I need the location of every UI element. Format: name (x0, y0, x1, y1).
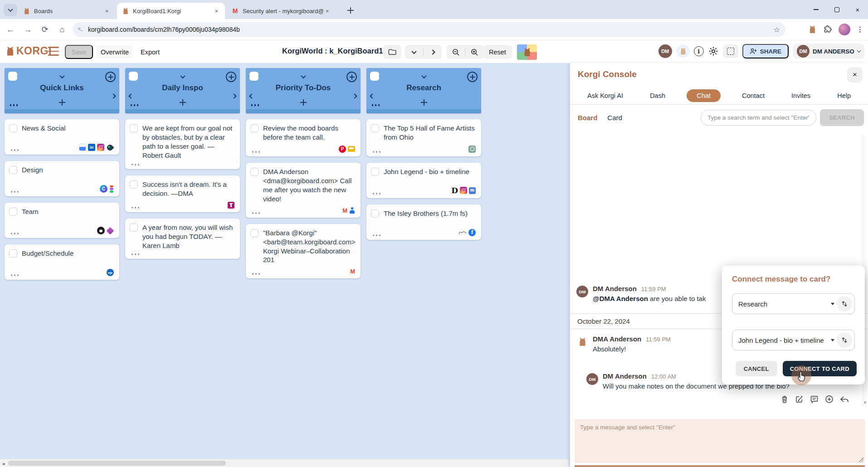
reset-button[interactable]: Reset (483, 45, 512, 59)
export-button[interactable]: Export (135, 45, 166, 59)
card-john-legend[interactable]: John Legend - bio + timeline D (366, 163, 481, 198)
tab-invites[interactable]: Invites (786, 89, 816, 102)
openai-icon[interactable] (468, 146, 476, 153)
browser-menu-icon[interactable]: ⋮ (857, 25, 863, 34)
canva-icon[interactable]: C (100, 185, 107, 193)
add-circle-icon[interactable] (825, 395, 834, 404)
move-right-icon[interactable] (232, 92, 236, 100)
column-menu-icon[interactable] (9, 104, 18, 106)
card-checkbox[interactable] (9, 124, 17, 132)
ep-app-icon[interactable]: ep (107, 269, 114, 276)
card-news-social[interactable]: News & Social in (5, 119, 119, 155)
tab-search-button[interactable] (4, 4, 17, 16)
move-left-icon[interactable] (129, 92, 133, 100)
share-button[interactable]: SHARE (742, 44, 789, 58)
card-menu-icon[interactable] (131, 253, 140, 255)
card-mood-boards[interactable]: Review the mood boards before the team c… (246, 119, 361, 156)
column-menu-icon[interactable] (130, 104, 139, 106)
tab-dash[interactable]: Dash (644, 89, 671, 102)
card-isley-brothers[interactable]: The Isley Brothers (1.7m fs) f (366, 204, 481, 240)
card-budget-schedule[interactable]: Budget/Schedule ep (5, 244, 119, 280)
tab-close-icon[interactable]: × (323, 7, 331, 15)
column-checkbox[interactable] (129, 72, 138, 81)
column-header[interactable]: Research (366, 68, 481, 113)
column-menu-icon[interactable] (250, 104, 259, 106)
korgi-bot-avatar[interactable] (676, 44, 690, 58)
new-tab-button[interactable] (346, 5, 356, 15)
save-button[interactable]: Save (65, 45, 93, 59)
tab-help[interactable]: Help (832, 89, 856, 102)
card-checkbox[interactable] (371, 124, 379, 132)
folder-button[interactable] (383, 45, 401, 59)
gmail-icon[interactable]: M (350, 268, 355, 275)
google-news-icon[interactable] (79, 144, 86, 151)
card-checkbox[interactable] (130, 224, 138, 232)
chevron-right-button[interactable] (424, 45, 442, 59)
card-checkbox[interactable] (371, 168, 379, 176)
card-menu-icon[interactable] (131, 207, 140, 209)
card-quote-lamb[interactable]: A year from now, you will wish you had b… (125, 219, 240, 259)
horizontal-scrollbar[interactable]: ◄ (0, 459, 568, 467)
person-icon[interactable] (349, 207, 355, 214)
back-icon[interactable]: ← (4, 23, 17, 36)
instagram-icon[interactable] (460, 187, 467, 194)
corgi-picture[interactable] (517, 44, 537, 60)
card-checkbox[interactable] (130, 180, 138, 189)
card-checkbox[interactable] (371, 209, 379, 218)
linkedin-icon[interactable]: in (88, 144, 95, 151)
add-card-circle-button[interactable] (226, 72, 236, 82)
tab-close-icon[interactable]: × (103, 7, 111, 15)
card-menu-icon[interactable] (10, 233, 19, 234)
card-menu-icon[interactable] (10, 191, 19, 193)
signature-icon[interactable] (458, 230, 467, 235)
snapshot-select-button[interactable] (723, 44, 738, 58)
korgi-extension-icon[interactable] (808, 25, 817, 34)
card-design[interactable]: Design C (5, 161, 119, 196)
figma-icon[interactable] (109, 185, 114, 193)
collapse-chevron-icon[interactable] (422, 72, 426, 80)
add-card-button[interactable] (421, 99, 427, 107)
teardrop-app-icon[interactable] (106, 143, 114, 151)
reply-icon[interactable] (840, 396, 849, 403)
column-header[interactable]: Quick Links (5, 68, 119, 113)
site-settings-icon[interactable]: ⁰₋ (78, 26, 83, 33)
address-bar[interactable]: ⁰₋ korgiboard.com/boards/cm2lh76py0006ju… (73, 22, 785, 37)
window-close-button[interactable]: × (847, 0, 868, 19)
edit-icon[interactable] (795, 395, 804, 404)
chevron-down-button[interactable] (405, 45, 423, 59)
collapse-chevron-icon[interactable] (302, 72, 305, 80)
card-menu-icon[interactable] (131, 164, 140, 165)
message-input[interactable] (575, 419, 865, 463)
card-menu-icon[interactable] (10, 149, 19, 151)
search-button[interactable]: SEARCH (820, 109, 864, 126)
browser-tab-korgiboard[interactable]: KorgiBoard1:Korgi × (117, 3, 225, 19)
scrollbar-thumb[interactable] (8, 461, 226, 466)
add-card-circle-button[interactable] (105, 72, 116, 82)
extensions-puzzle-icon[interactable] (823, 25, 832, 34)
scope-board-option[interactable]: Board (578, 114, 597, 122)
scroll-down-arrow-icon[interactable]: ▼ (863, 400, 867, 405)
diamond-app-icon[interactable] (107, 227, 114, 234)
card-menu-icon[interactable] (372, 193, 381, 195)
comment-icon[interactable] (810, 395, 819, 404)
add-card-button[interactable] (180, 99, 186, 107)
card-menu-icon[interactable] (372, 234, 381, 236)
zoom-in-button[interactable] (465, 45, 483, 59)
tab-close-icon[interactable]: × (213, 7, 220, 15)
card-checkbox[interactable] (250, 168, 258, 176)
scope-card-option[interactable]: Card (607, 114, 622, 122)
column-select[interactable]: Research (732, 293, 855, 314)
scroll-left-arrow-icon[interactable]: ◄ (1, 462, 5, 466)
move-left-icon[interactable] (250, 92, 254, 100)
browser-tab-gmail[interactable]: M Security alert - mykorgiboard@ × (227, 3, 336, 19)
collapse-chevron-icon[interactable] (60, 72, 64, 80)
move-left-icon[interactable] (371, 92, 374, 100)
tab-contact[interactable]: Contact (736, 89, 770, 102)
column-checkbox[interactable] (8, 72, 17, 81)
amber-card-icon[interactable] (348, 146, 355, 152)
cancel-button[interactable]: CANCEL (736, 361, 777, 376)
card-email-dma[interactable]: DMA Anderson <dma@korgiboard.com> Call m… (246, 163, 361, 218)
browser-profile-avatar[interactable] (839, 24, 850, 35)
browser-tab-boards[interactable]: Boards × (18, 3, 115, 19)
card-menu-icon[interactable] (251, 151, 260, 153)
